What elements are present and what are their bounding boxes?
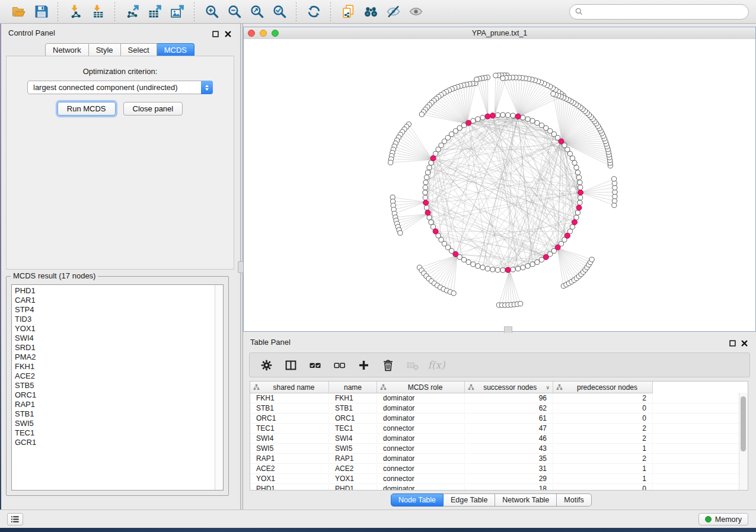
mcds-result-item[interactable]: ORC1 bbox=[15, 390, 215, 400]
mcds-result-item[interactable]: YOX1 bbox=[15, 324, 215, 334]
column-type-icon bbox=[468, 384, 474, 390]
table-row[interactable]: PHD1PHD1dominator180 bbox=[250, 484, 748, 491]
cell: 2 bbox=[553, 424, 653, 432]
network-canvas[interactable] bbox=[244, 39, 755, 331]
eye-slash-button[interactable] bbox=[382, 2, 404, 22]
column-header-successor-nodes[interactable]: successor nodes∨ bbox=[465, 382, 553, 393]
tab-select[interactable]: Select bbox=[121, 43, 157, 57]
zoom-selected-button[interactable] bbox=[268, 2, 291, 22]
split-columns-button[interactable] bbox=[281, 355, 300, 375]
column-header-name[interactable]: name bbox=[329, 382, 377, 393]
mcds-result-item[interactable]: GCR1 bbox=[15, 438, 215, 447]
mcds-result-item[interactable]: SRD1 bbox=[15, 343, 215, 352]
deselect-all-button[interactable] bbox=[330, 355, 349, 375]
cell: 29 bbox=[465, 475, 553, 483]
select-all-button[interactable] bbox=[305, 355, 324, 375]
mcds-result-item[interactable]: PMA2 bbox=[15, 352, 215, 362]
binoculars-button[interactable] bbox=[359, 2, 382, 22]
table-row[interactable]: SWI4SWI4dominator462 bbox=[250, 434, 748, 444]
table-panel: Table Panel f(x) shared namenameMCDS rol… bbox=[243, 333, 756, 509]
save-session-button[interactable] bbox=[30, 2, 52, 22]
mcds-result-item[interactable]: TID3 bbox=[15, 315, 215, 324]
table-row[interactable]: FKH1FKH1dominator962 bbox=[250, 393, 748, 403]
table-row[interactable]: ORC1ORC1dominator610 bbox=[250, 414, 748, 424]
zoom-out-button[interactable] bbox=[223, 2, 245, 22]
mcds-result-item[interactable]: STB5 bbox=[15, 381, 215, 390]
network-graph[interactable] bbox=[244, 39, 755, 331]
mcds-result-item[interactable]: PHD1 bbox=[15, 286, 215, 296]
table-row[interactable]: TEC1TEC1connector472 bbox=[250, 424, 748, 434]
eye-button[interactable] bbox=[404, 2, 427, 22]
column-header-shared-name[interactable]: shared name bbox=[250, 382, 329, 393]
table-row[interactable]: YOX1YOX1connector291 bbox=[250, 474, 748, 484]
column-header-predecessor-nodes[interactable]: predecessor nodes bbox=[553, 382, 653, 393]
delete-column-button[interactable] bbox=[378, 355, 397, 375]
float-table-panel-button[interactable] bbox=[729, 338, 737, 346]
tab-style[interactable]: Style bbox=[89, 43, 121, 57]
table-scrollbar-thumb[interactable] bbox=[741, 396, 746, 451]
export-network-button[interactable] bbox=[121, 2, 143, 22]
mcds-result-item[interactable]: RAP1 bbox=[15, 400, 215, 409]
mcds-result-item[interactable]: CAR1 bbox=[15, 296, 215, 305]
optimization-criterion-label: Optimization criterion: bbox=[7, 67, 234, 76]
cell: 2 bbox=[553, 394, 653, 402]
cell: ACE2 bbox=[250, 464, 329, 473]
import-table-button[interactable] bbox=[87, 2, 109, 22]
toolbar-separator bbox=[194, 2, 195, 21]
control-panel: Control Panel NetworkStyleSelectMCDS Opt… bbox=[1, 24, 240, 509]
table-row[interactable]: ACE2ACE2connector311 bbox=[250, 464, 748, 474]
mcds-result-list[interactable]: PHD1CAR1STP4TID3YOX1SWI4SRD1PMA2FKH1ACE2… bbox=[11, 284, 224, 491]
cell: STB1 bbox=[250, 404, 329, 412]
tab-motifs[interactable]: Motifs bbox=[557, 493, 591, 507]
close-control-panel-button[interactable] bbox=[225, 29, 232, 37]
search-input[interactable] bbox=[586, 7, 744, 17]
mcds-scrollbar[interactable] bbox=[215, 285, 223, 490]
cell: 2 bbox=[553, 454, 653, 463]
close-mcds-panel-button[interactable]: Close panel bbox=[123, 102, 183, 116]
cell: 1 bbox=[553, 444, 653, 453]
status-bar: Memory bbox=[0, 509, 756, 528]
mcds-result-item[interactable]: FKH1 bbox=[15, 362, 215, 371]
criterion-select[interactable]: largest connected component (undirected) bbox=[27, 81, 213, 94]
mcds-result-item[interactable]: ACE2 bbox=[15, 371, 215, 381]
gear-button[interactable] bbox=[257, 355, 276, 375]
cell: connector bbox=[377, 424, 465, 432]
tab-network[interactable]: Network bbox=[45, 43, 89, 57]
search-box[interactable] bbox=[569, 4, 749, 20]
zoom-fit-button[interactable] bbox=[245, 2, 268, 22]
table-row[interactable]: SWI5SWI5connector431 bbox=[250, 444, 748, 454]
refresh-icon bbox=[307, 4, 321, 19]
table-row[interactable]: RAP1RAP1dominator352 bbox=[250, 454, 748, 464]
run-mcds-button[interactable]: Run MCDS bbox=[58, 102, 116, 116]
main-toolbar-groups bbox=[7, 2, 427, 22]
tab-node-table[interactable]: Node Table bbox=[391, 493, 444, 507]
zoom-in-button[interactable] bbox=[200, 2, 223, 22]
tab-network-table[interactable]: Network Table bbox=[495, 493, 557, 507]
import-network-button[interactable] bbox=[64, 2, 87, 22]
add-column-icon bbox=[357, 358, 371, 372]
mcds-result-item[interactable]: SWI5 bbox=[15, 419, 215, 428]
table-row[interactable]: STB1STB1dominator620 bbox=[250, 403, 748, 414]
clone-network-button[interactable] bbox=[337, 2, 359, 22]
deselect-all-icon bbox=[333, 358, 346, 372]
close-table-panel-button[interactable] bbox=[741, 338, 749, 346]
add-column-button[interactable] bbox=[354, 355, 373, 375]
column-header-mcds-role[interactable]: MCDS role bbox=[377, 382, 465, 393]
mcds-result-item[interactable]: TEC1 bbox=[15, 428, 215, 438]
control-panel-tabs: NetworkStyleSelectMCDS bbox=[45, 43, 194, 56]
tab-edge-table[interactable]: Edge Table bbox=[444, 493, 495, 507]
mcds-result-item[interactable]: SWI4 bbox=[15, 334, 215, 343]
status-menu-button[interactable] bbox=[7, 513, 23, 525]
float-panel-button[interactable] bbox=[212, 29, 220, 37]
tab-mcds[interactable]: MCDS bbox=[157, 43, 194, 57]
memory-button[interactable]: Memory bbox=[698, 513, 748, 525]
table-scrollbar[interactable] bbox=[739, 393, 748, 490]
mcds-result-item[interactable]: STB1 bbox=[15, 409, 215, 419]
export-image-button[interactable] bbox=[166, 2, 189, 22]
cell: ORC1 bbox=[250, 414, 329, 422]
export-table-button[interactable] bbox=[143, 2, 166, 22]
open-file-button[interactable] bbox=[7, 2, 30, 22]
network-window-titlebar[interactable]: YPA_prune.txt_1 bbox=[244, 27, 755, 40]
refresh-button[interactable] bbox=[302, 2, 325, 22]
mcds-result-item[interactable]: STP4 bbox=[15, 305, 215, 315]
